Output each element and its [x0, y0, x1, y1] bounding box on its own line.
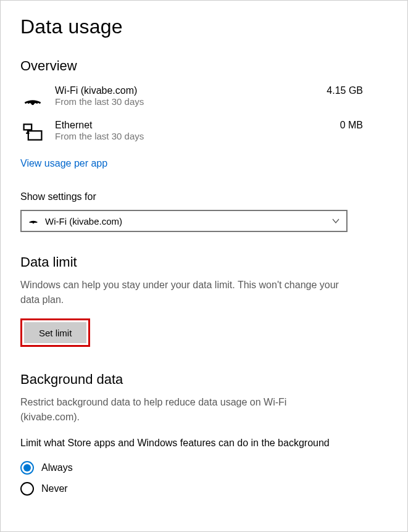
adapter-row-wifi[interactable]: Wi-Fi (kivabe.com) From the last 30 days… [20, 81, 388, 116]
adapter-sub: From the last 30 days [55, 96, 317, 107]
ethernet-icon [20, 120, 45, 144]
svg-rect-2 [28, 131, 42, 139]
svg-point-5 [33, 222, 35, 224]
radio-button-icon [20, 482, 34, 496]
dropdown-selected: Wi-Fi (kivabe.com) [45, 216, 325, 227]
background-data-heading: Background data [20, 372, 388, 388]
chevron-down-icon [331, 217, 340, 225]
wifi-icon [20, 85, 45, 110]
radio-button-icon [20, 461, 34, 475]
adapter-usage: 0 MB [340, 120, 388, 131]
data-limit-body: Windows can help you stay under your dat… [20, 278, 341, 307]
page-title: Data usage [20, 15, 388, 38]
radio-option-never[interactable]: Never [20, 478, 388, 499]
show-settings-dropdown[interactable]: Wi-Fi (kivabe.com) [20, 210, 348, 232]
show-settings-label: Show settings for [20, 191, 388, 202]
radio-option-always[interactable]: Always [20, 457, 388, 478]
background-data-body: Restrict background data to help reduce … [20, 395, 341, 425]
adapter-name: Ethernet [55, 120, 330, 131]
radio-label: Never [41, 483, 68, 494]
highlight-annotation: Set limit [20, 318, 90, 347]
radio-label: Always [41, 462, 73, 473]
set-limit-button[interactable]: Set limit [24, 322, 86, 343]
adapter-name: Wi-Fi (kivabe.com) [55, 85, 317, 96]
adapter-row-ethernet[interactable]: Ethernet From the last 30 days 0 MB [20, 116, 388, 151]
wifi-icon [28, 214, 39, 228]
adapter-usage: 4.15 GB [327, 85, 388, 96]
data-limit-heading: Data limit [20, 254, 388, 270]
svg-point-0 [31, 102, 35, 106]
adapter-sub: From the last 30 days [55, 131, 330, 141]
background-data-question: Limit what Store apps and Windows featur… [20, 436, 354, 450]
svg-rect-1 [24, 124, 32, 130]
overview-heading: Overview [20, 58, 388, 74]
view-usage-link[interactable]: View usage per app [20, 158, 107, 169]
